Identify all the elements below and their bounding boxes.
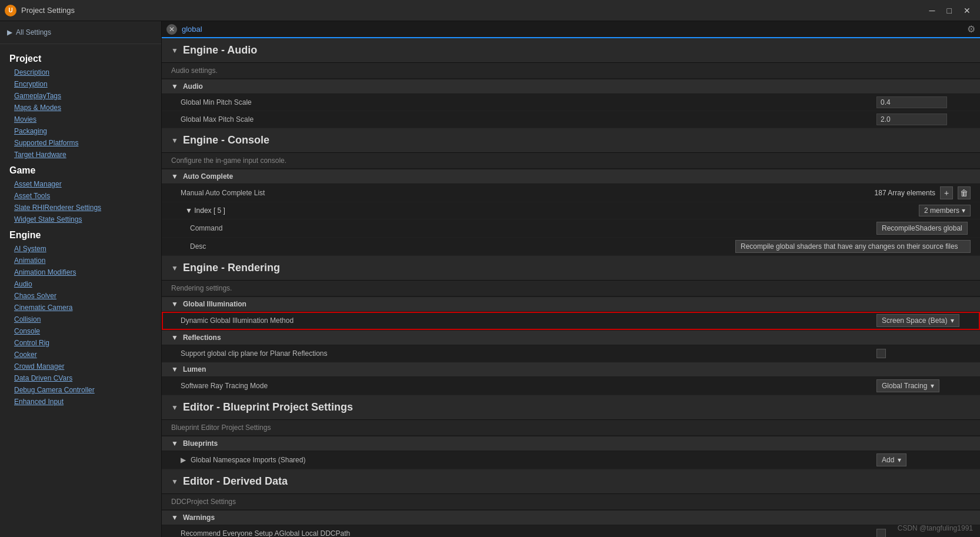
prop-global-min-pitch: Global Min Pitch Scale [162, 94, 980, 111]
arrow-down-icon: ▼ [171, 513, 178, 522]
prop-value-array: 187 Array elements + 🗑 [875, 186, 971, 199]
arrow-right-icon: ▶ [7, 28, 12, 36]
namespace-add-dropdown[interactable]: Add ▾ [876, 453, 906, 466]
sidebar-item-asset-manager[interactable]: Asset Manager [0, 178, 161, 190]
sidebar-item-data-driven-cvars[interactable]: Data Driven CVars [0, 372, 161, 384]
arrow-down-icon: ▼ [171, 46, 178, 55]
sidebar-item-movies[interactable]: Movies [0, 114, 161, 125]
sidebar-item-debug-camera[interactable]: Debug Camera Controller [0, 384, 161, 396]
prop-command: Command RecompileShaders global [162, 219, 980, 238]
max-pitch-input[interactable] [876, 114, 947, 125]
prop-value-command: RecompileShaders global [876, 222, 971, 235]
sidebar-item-console[interactable]: Console [0, 325, 161, 337]
close-button[interactable]: ✕ [959, 5, 975, 16]
section-title-engine-audio: Engine - Audio [183, 44, 257, 56]
minimize-button[interactable]: ─ [925, 5, 940, 16]
sidebar-item-animation-modifiers[interactable]: Animation Modifiers [0, 266, 161, 278]
section-title-engine-rendering: Engine - Rendering [183, 262, 280, 274]
titlebar: U Project Settings ─ □ ✕ [0, 0, 980, 21]
subsection-title-gi: Global Illumination [183, 300, 246, 308]
all-settings-link[interactable]: ▶ All Settings [7, 26, 154, 39]
subsection-auto-complete: ▼ Auto Complete [162, 169, 980, 184]
sidebar-item-control-rig[interactable]: Control Rig [0, 337, 161, 349]
sidebar-item-enhanced-input[interactable]: Enhanced Input [0, 396, 161, 408]
sidebar-scroll[interactable]: Project Description Encryption GameplayT… [0, 44, 161, 537]
prop-label-ray-tracing: Software Ray Tracing Mode [181, 382, 876, 390]
prop-value-planar [876, 349, 971, 358]
members-dropdown[interactable]: 2 members ▾ [919, 205, 971, 216]
subsection-lumen: ▼ Lumen [162, 362, 980, 377]
prop-planar-reflections: Support global clip plane for Planar Ref… [162, 345, 980, 362]
sidebar-item-widget-state[interactable]: Widget State Settings [0, 214, 161, 225]
remove-element-button[interactable]: 🗑 [958, 186, 971, 199]
content-scroll[interactable]: ▼ Engine - Audio Audio settings. ▼ Audio… [162, 38, 980, 537]
sidebar-item-ai-system[interactable]: AI System [0, 243, 161, 255]
section-desc-audio: Audio settings. [162, 63, 980, 79]
prop-label-max-pitch: Global Max Pitch Scale [181, 115, 876, 124]
window-title: Project Settings [21, 6, 925, 15]
restore-button[interactable]: □ [942, 5, 956, 16]
prop-label-recommend-setup: Recommend Everyone Setup AGlobal Local D… [181, 529, 876, 538]
arrow-down-icon: ▼ [171, 264, 178, 272]
chevron-down-icon: ▾ [951, 316, 954, 325]
prop-value-min-pitch [876, 96, 971, 108]
ray-tracing-label: Global Tracing [882, 382, 927, 390]
sidebar-item-supported-platforms[interactable]: Supported Platforms [0, 137, 161, 149]
array-count-label: 187 Array elements [875, 189, 935, 197]
min-pitch-input[interactable] [876, 96, 947, 108]
search-input[interactable] [182, 25, 962, 34]
arrow-down-icon: ▼ [171, 82, 178, 91]
arrow-down-icon: ▼ [171, 403, 178, 412]
section-game: Game [0, 161, 161, 178]
sidebar-item-encryption[interactable]: Encryption [0, 78, 161, 90]
prop-software-ray-tracing: Software Ray Tracing Mode Global Tracing… [162, 377, 980, 395]
recommend-setup-checkbox[interactable] [876, 529, 886, 538]
section-project: Project [0, 49, 161, 66]
sidebar-header: ▶ All Settings [0, 21, 161, 44]
sidebar-item-audio[interactable]: Audio [0, 278, 161, 290]
sidebar-item-cinematic-camera[interactable]: Cinematic Camera [0, 302, 161, 313]
prop-label-planar-reflections: Support global clip plane for Planar Ref… [181, 349, 876, 358]
search-clear-button[interactable]: ✕ [166, 24, 177, 35]
prop-recommend-setup: Recommend Everyone Setup AGlobal Local D… [162, 525, 980, 537]
prop-label-global-namespace: Global Namespace Imports (Shared) [191, 456, 876, 464]
prop-value-max-pitch [876, 114, 971, 125]
sidebar-item-gameplaytags[interactable]: GameplayTags [0, 90, 161, 102]
arrow-down-icon: ▼ [171, 333, 178, 342]
sidebar-item-crowd-manager[interactable]: Crowd Manager [0, 361, 161, 372]
sidebar-item-packaging[interactable]: Packaging [0, 125, 161, 137]
sidebar-item-description[interactable]: Description [0, 66, 161, 78]
add-element-button[interactable]: + [940, 186, 953, 199]
subsection-title-warnings: Warnings [183, 513, 215, 522]
sidebar-item-asset-tools[interactable]: Asset Tools [0, 190, 161, 202]
arrow-down-icon: ▼ [171, 136, 178, 145]
sidebar-item-cooker[interactable]: Cooker [0, 349, 161, 361]
desc-value[interactable]: Recompile global shaders that have any c… [735, 240, 971, 253]
gear-icon[interactable]: ⚙ [967, 24, 975, 35]
all-settings-label: All Settings [16, 28, 51, 36]
section-title-derived-data: Editor - Derived Data [183, 475, 288, 488]
prop-value-ray-tracing: Global Tracing ▾ [876, 379, 971, 392]
prop-global-namespace: ▶ Global Namespace Imports (Shared) Add … [162, 451, 980, 469]
ray-tracing-dropdown[interactable]: Global Tracing ▾ [876, 379, 939, 392]
planar-reflections-checkbox[interactable] [876, 349, 886, 358]
section-engine: Engine [0, 225, 161, 243]
prop-dynamic-gi: Dynamic Global Illumination Method Scree… [162, 312, 980, 330]
prop-global-max-pitch: Global Max Pitch Scale [162, 111, 980, 128]
arrow-down-icon: ▼ [185, 206, 192, 215]
arrow-down-icon: ▼ [171, 365, 178, 373]
arrow-down-icon: ▼ [171, 300, 178, 308]
subsection-global-illumination: ▼ Global Illumination [162, 296, 980, 312]
sidebar-item-collision[interactable]: Collision [0, 313, 161, 325]
prop-label-manual-ac: Manual Auto Complete List [181, 189, 875, 197]
section-desc-console: Configure the in-game input console. [162, 153, 980, 169]
gi-method-dropdown[interactable]: Screen Space (Beta) ▾ [876, 314, 959, 327]
sidebar-item-animation[interactable]: Animation [0, 255, 161, 266]
sidebar-item-target-hardware[interactable]: Target Hardware [0, 149, 161, 161]
sidebar-item-chaos-solver[interactable]: Chaos Solver [0, 290, 161, 302]
sidebar-item-slate-rhi[interactable]: Slate RHIRenderer Settings [0, 202, 161, 214]
command-value[interactable]: RecompileShaders global [876, 222, 968, 235]
prop-value-desc: Recompile global shaders that have any c… [735, 240, 971, 253]
gi-method-label: Screen Space (Beta) [882, 316, 947, 325]
sidebar-item-maps-modes[interactable]: Maps & Modes [0, 102, 161, 114]
